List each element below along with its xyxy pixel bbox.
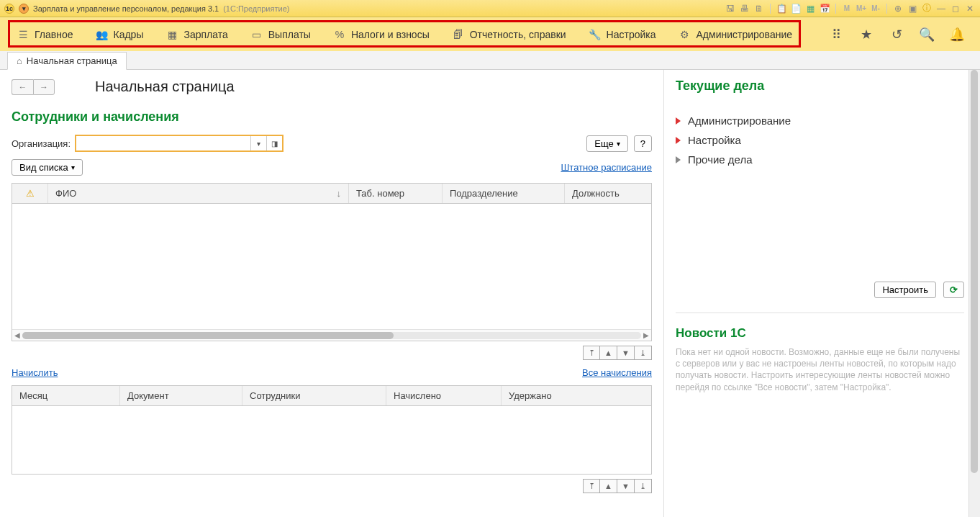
last-button[interactable]: ⤓ (635, 346, 652, 360)
scrollbar-thumb[interactable] (971, 70, 978, 473)
tab-label: Начальная страница (27, 55, 117, 66)
col-position[interactable]: Должность (565, 184, 651, 203)
employees-table: ⚠ ФИО↓ Таб. номер Подразделение Должност… (12, 183, 652, 341)
wrench-icon: 🔧 (589, 29, 601, 40)
memory-m-icon[interactable]: M (841, 3, 853, 14)
down-button[interactable]: ▼ (617, 479, 635, 493)
col-accrued[interactable]: Начислено (386, 386, 502, 405)
save-icon[interactable]: 🖫 (725, 3, 736, 14)
memory-mminus-icon[interactable]: M- (870, 3, 881, 14)
calendar-icon[interactable]: 📅 (819, 3, 830, 14)
horizontal-scrollbar[interactable]: ◀ ▶ (12, 329, 651, 341)
window-title-suffix: (1С:Предприятие) (223, 4, 289, 13)
all-accruals-link[interactable]: Все начисления (582, 367, 652, 378)
col-fio[interactable]: ФИО↓ (48, 184, 349, 203)
last-button[interactable]: ⤓ (635, 479, 652, 493)
right-pane: Текущие дела Администрирование Настройка… (663, 70, 980, 517)
col-label: ФИО (55, 188, 76, 199)
task-item-other[interactable]: Прочие дела (676, 150, 964, 169)
tab-strip: ⌂ Начальная страница (0, 51, 980, 70)
zoom-in-icon[interactable]: ⊕ (892, 3, 904, 14)
col-withheld[interactable]: Удержано (502, 386, 651, 405)
vertical-scrollbar[interactable] (968, 70, 980, 517)
org-input-wrap: ▾ ◨ (75, 135, 283, 152)
menu-item-settings[interactable]: 🔧 Настройка (578, 22, 668, 48)
task-item-settings[interactable]: Настройка (676, 130, 964, 150)
more-button[interactable]: Еще▾ (586, 135, 627, 152)
col-document[interactable]: Документ (120, 386, 242, 405)
maximize-icon[interactable]: ◻ (950, 3, 961, 14)
window-icon[interactable]: ▣ (907, 3, 918, 14)
tab-start-page[interactable]: ⌂ Начальная страница (7, 52, 127, 70)
file-icon[interactable]: 📄 (790, 3, 802, 14)
menu-item-reports[interactable]: 🗐 Отчетность, справки (441, 22, 578, 48)
col-employees[interactable]: Сотрудники (242, 386, 386, 405)
first-button[interactable]: ⤒ (583, 479, 600, 493)
window-title: Зарплата и управление персоналом, редакц… (33, 4, 219, 13)
task-label: Настройка (688, 134, 741, 146)
up-button[interactable]: ▲ (600, 479, 617, 493)
staff-schedule-link[interactable]: Штатное расписание (561, 162, 652, 173)
task-item-admin[interactable]: Администрирование (676, 111, 964, 130)
scroll-right-icon[interactable]: ▶ (641, 331, 651, 339)
col-department[interactable]: Подразделение (443, 184, 565, 203)
employees-table-body[interactable] (12, 204, 651, 329)
close-icon[interactable]: ✕ (964, 3, 976, 14)
bell-icon[interactable]: 🔔 (950, 27, 964, 42)
refresh-button[interactable]: ⟳ (943, 282, 964, 298)
accruals-table-body[interactable] (12, 406, 651, 474)
warning-icon: ⚠ (26, 188, 35, 199)
menu-label: Настройка (607, 29, 656, 40)
menu-item-personnel[interactable]: 👥 Кадры (85, 22, 155, 48)
refresh-icon: ⟳ (950, 284, 958, 295)
print-icon[interactable]: 🖶 (739, 3, 750, 14)
menu-item-admin[interactable]: ⚙ Администрирование (668, 22, 804, 48)
col-tabno[interactable]: Таб. номер (349, 184, 443, 203)
info-icon[interactable]: ⓘ (921, 3, 933, 14)
menu-item-taxes[interactable]: % Налоги и взносы (322, 22, 441, 48)
calc-icon[interactable]: ▦ (804, 3, 816, 14)
col-warning[interactable]: ⚠ (12, 184, 48, 203)
apps-icon[interactable]: ⠿ (829, 27, 843, 42)
col-month[interactable]: Месяц (12, 386, 120, 405)
hamburger-icon: ☰ (17, 29, 29, 40)
history-icon[interactable]: ↺ (889, 27, 904, 42)
configure-button[interactable]: Настроить (874, 282, 936, 298)
search-icon[interactable]: 🔍 (920, 27, 934, 42)
wallet-icon: ▭ (251, 29, 263, 40)
dropdown-icon[interactable]: ▾ (19, 4, 29, 14)
table2-nav-cluster: ⤒ ▲ ▼ ⤓ (583, 479, 652, 493)
menu-item-home[interactable]: ☰ Главное (6, 22, 85, 48)
scroll-left-icon[interactable]: ◀ (12, 331, 22, 339)
news-heading: Новости 1С (676, 326, 964, 341)
preview-icon[interactable]: 🗎 (753, 3, 765, 14)
memory-mplus-icon[interactable]: M+ (856, 3, 867, 14)
down-button[interactable]: ▼ (617, 346, 635, 360)
nav-back-button[interactable]: ← (12, 79, 33, 95)
report-icon: 🗐 (453, 29, 464, 40)
copy-icon[interactable]: 📋 (776, 3, 787, 14)
task-label: Администрирование (688, 114, 791, 127)
page-title: Начальная страница (95, 78, 235, 95)
menu-label: Администрирование (697, 29, 793, 40)
minimize-icon[interactable]: — (935, 3, 947, 14)
up-button[interactable]: ▲ (600, 346, 617, 360)
grid-icon: ▦ (166, 29, 178, 40)
org-open-button[interactable]: ◨ (266, 136, 282, 150)
org-input[interactable] (76, 136, 250, 150)
percent-icon: % (334, 29, 345, 40)
sort-icon: ↓ (337, 188, 342, 199)
separator (835, 4, 836, 14)
view-mode-label: Вид списка (19, 162, 68, 173)
menu-label: Отчетность, справки (470, 29, 566, 40)
menu-item-salary[interactable]: ▦ Зарплата (155, 22, 239, 48)
menu-label: Зарплата (183, 29, 227, 40)
accrue-link[interactable]: Начислить (12, 367, 58, 378)
first-button[interactable]: ⤒ (583, 346, 600, 360)
star-icon[interactable]: ★ (859, 27, 874, 42)
help-button[interactable]: ? (634, 135, 652, 152)
nav-forward-button[interactable]: → (33, 79, 55, 95)
org-dropdown-button[interactable]: ▾ (250, 136, 266, 150)
view-mode-button[interactable]: Вид списка▾ (12, 159, 83, 176)
menu-item-payments[interactable]: ▭ Выплаты (240, 22, 322, 48)
